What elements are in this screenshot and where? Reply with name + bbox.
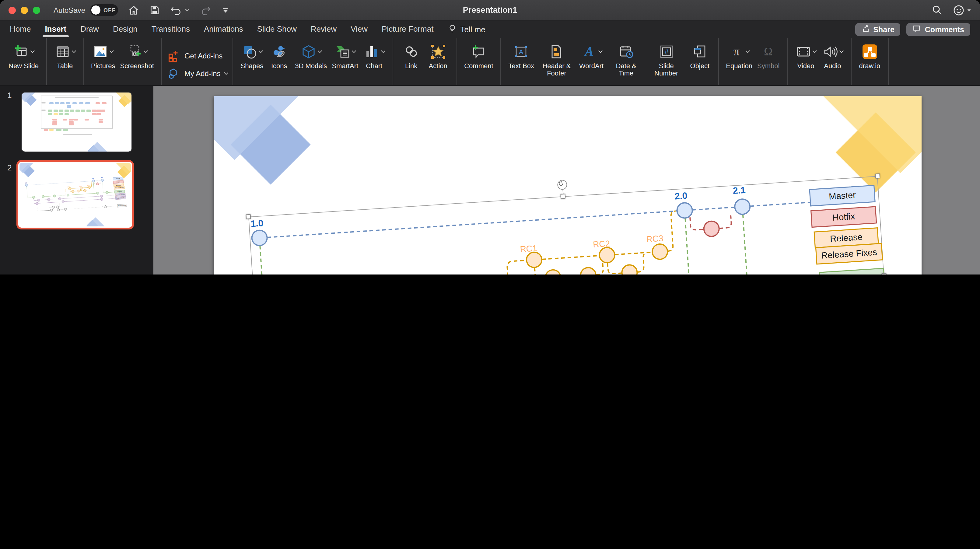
tab-review[interactable]: Review: [310, 21, 338, 38]
resize-handle[interactable]: [881, 273, 886, 275]
tab-home[interactable]: Home: [8, 21, 32, 38]
thumbnail-content-block: [79, 102, 83, 104]
drawio-diagram-selection[interactable]: MasterHotfixReleaseRelease FixesNightlyF…: [248, 176, 891, 275]
slide-thumbnail-2[interactable]: MasterHotfixReleaseRelease FixesNightlyF…: [16, 160, 134, 229]
branch-edge: [595, 263, 603, 275]
search-icon[interactable]: [931, 4, 943, 16]
tab-design[interactable]: Design: [112, 21, 139, 38]
branch-edge: [690, 217, 704, 231]
commit-node: [67, 194, 69, 196]
thumbnail-content-block: [86, 102, 90, 104]
close-window-button[interactable]: [8, 6, 16, 14]
tab-view[interactable]: View: [349, 21, 369, 38]
comments-button[interactable]: Comments: [907, 23, 970, 36]
autosave-toggle[interactable]: OFF: [90, 4, 118, 16]
branch-edge: [45, 196, 53, 197]
commit-node: [36, 202, 38, 205]
slide-thumbnail-1[interactable]: [22, 92, 132, 151]
tab-transitions[interactable]: Transitions: [150, 21, 191, 38]
resize-handle[interactable]: [560, 194, 565, 199]
commit-node: [100, 195, 103, 197]
ribbon-button-new-slide[interactable]: New Slide: [6, 41, 41, 71]
thumbnail-content-block: [52, 118, 57, 121]
account-icon[interactable]: [953, 4, 972, 16]
branch-edge: [260, 244, 296, 275]
tab-animations[interactable]: Animations: [203, 21, 244, 38]
ribbon-button-text-box[interactable]: AText Box: [506, 41, 536, 71]
ribbon-group: PicturesScreenshot: [84, 38, 162, 85]
ribbon-button-wordart[interactable]: AWordArt: [577, 41, 606, 71]
slide-canvas[interactable]: MasterHotfixReleaseRelease FixesNightlyF…: [214, 96, 921, 275]
ribbon-button-icons[interactable]: Icons: [266, 41, 293, 71]
ribbon-button-screenshot[interactable]: Screenshot: [118, 41, 156, 71]
branch-edge: [64, 199, 100, 202]
new-slide-icon: [13, 44, 29, 60]
tell-me[interactable]: Tell me: [447, 24, 485, 35]
tab-picture-format[interactable]: Picture Format: [380, 21, 435, 38]
ribbon-button-header-footer[interactable]: Header & Footer: [536, 41, 577, 78]
action-icon: [430, 44, 446, 60]
wordart-icon: A: [581, 44, 597, 60]
commit-node: [92, 180, 95, 182]
branch-edge: [636, 252, 653, 272]
branch-label-box: [819, 269, 885, 275]
version-label: 1.0: [25, 182, 27, 184]
ribbon-button-object[interactable]: Object: [686, 41, 713, 71]
ribbon-button-smartart[interactable]: SmartArt: [329, 41, 361, 71]
branch-edge: [37, 204, 50, 211]
ribbon-button-label: Slide Number: [649, 62, 684, 77]
thumbnail-content-block: [67, 106, 71, 108]
zoom-window-button[interactable]: [33, 6, 40, 14]
ribbon-button-chart[interactable]: Chart: [361, 41, 387, 71]
commit-node: [80, 186, 83, 189]
ribbon-button-draw-io[interactable]: draw.io: [856, 41, 883, 71]
ribbon-group: draw.io: [851, 38, 888, 85]
models3d-icon: [301, 44, 317, 60]
ribbon-button-label: Shapes: [241, 62, 264, 70]
ribbon-button-link[interactable]: Link: [398, 41, 425, 71]
rc-label: RC3: [88, 185, 91, 186]
commit-node: [88, 186, 91, 189]
ribbon-button-label: Comment: [464, 62, 493, 70]
branch-edge: [38, 202, 62, 203]
text-box-icon: A: [514, 44, 529, 60]
ribbon-button-date-time[interactable]: Date & Time: [606, 41, 646, 78]
resize-handle[interactable]: [875, 173, 880, 179]
ribbon-button-comment[interactable]: Comment: [462, 41, 495, 71]
ribbon-button-get-add-ins[interactable]: Get Add-ins: [167, 48, 223, 64]
share-button[interactable]: Share: [855, 23, 900, 36]
thumbnail-content-block: [62, 129, 68, 131]
home-icon[interactable]: [128, 4, 139, 16]
ribbon-button-table[interactable]: Table: [51, 41, 78, 71]
ribbon-button-audio[interactable]: Audio: [819, 41, 846, 71]
ribbon-button-my-add-ins[interactable]: My Add-ins: [167, 66, 228, 81]
ribbon-button-pictures[interactable]: Pictures: [89, 41, 118, 71]
minimize-window-button[interactable]: [21, 6, 28, 14]
window-controls: [8, 6, 40, 14]
redo-button[interactable]: [200, 5, 211, 16]
ribbon-button-3d-models[interactable]: 3D Models: [293, 41, 329, 71]
save-icon[interactable]: [149, 5, 160, 16]
thumbnail-content-block: [73, 118, 78, 121]
ribbon-button-slide-number[interactable]: #Slide Number: [646, 41, 686, 78]
commit-node: [62, 201, 64, 203]
tab-draw[interactable]: Draw: [79, 21, 100, 38]
tab-insert[interactable]: Insert: [43, 21, 68, 38]
toolbar-options-icon[interactable]: [221, 5, 230, 14]
ribbon-button-video[interactable]: Video: [792, 41, 819, 71]
branch-edge: [27, 186, 33, 198]
ribbon-button-label: Link: [405, 62, 417, 70]
lightbulb-icon: [447, 24, 457, 35]
ribbon-button-shapes[interactable]: Shapes: [238, 41, 266, 71]
branch-edge: [34, 199, 36, 204]
resize-handle[interactable]: [246, 214, 251, 220]
ribbon-button-equation[interactable]: πEquation: [724, 41, 755, 71]
branch-edge: [56, 195, 67, 196]
undo-button[interactable]: [170, 5, 190, 16]
ribbon-button-action[interactable]: Action: [425, 41, 451, 71]
commit-node: [580, 267, 596, 275]
autosave-label: AutoSave: [54, 6, 85, 14]
rotate-handle[interactable]: [557, 180, 567, 190]
tab-slide-show[interactable]: Slide Show: [256, 21, 298, 38]
commit-node: [52, 206, 54, 208]
